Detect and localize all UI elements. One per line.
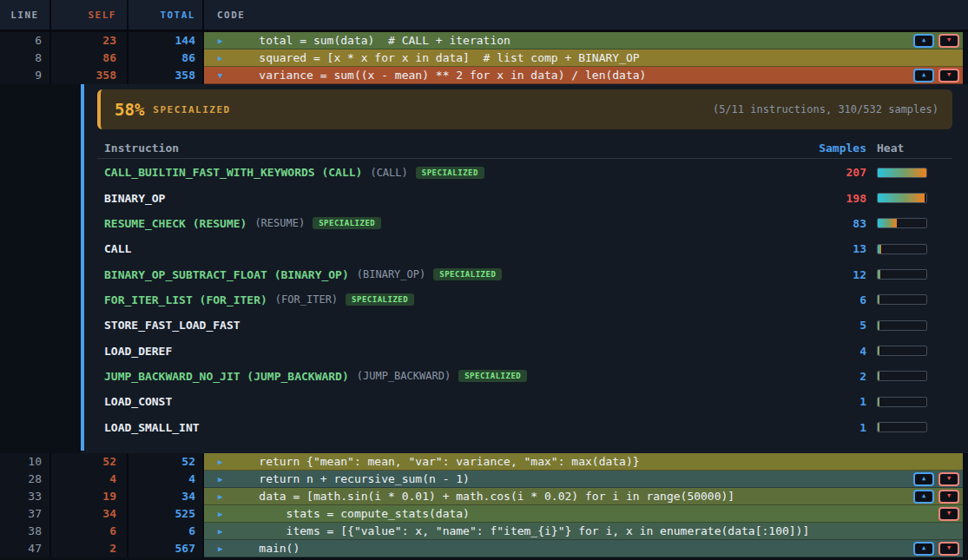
table-header: LINE SELF TOTAL CODE — [0, 0, 968, 32]
expand-icon[interactable]: ▶ — [218, 510, 230, 518]
code-row[interactable]: 623144▶ total = sum(data) # CALL + itera… — [0, 32, 968, 49]
expand-icon[interactable]: ▶ — [218, 492, 230, 501]
row-actions: ▲▼ — [913, 472, 963, 486]
instruction-detail-panel: 58% SPECIALIZED (5/11 instructions, 310/… — [0, 84, 968, 453]
instruction-row: CALL13 — [97, 236, 952, 261]
column-header-code: CODE — [204, 0, 968, 30]
expand-icon[interactable]: ▶ — [218, 475, 230, 484]
code-rows-bottom: 105252▶ return {"mean": mean, "var": var… — [0, 453, 968, 557]
instruction-name: LOAD_SMALL_INT — [104, 421, 200, 434]
collapse-icon[interactable]: ▼ — [218, 71, 230, 80]
up-button[interactable]: ▲ — [913, 542, 934, 556]
heat-bar-fill — [878, 423, 879, 432]
row-actions: ▲▼ — [913, 542, 963, 556]
code-row[interactable]: 3866▶ items = [{"value": x, "name": f"it… — [0, 523, 968, 540]
column-header-self: SELF — [51, 0, 128, 30]
code-cell[interactable]: ▶ items = [{"value": x, "name": f"item_{… — [204, 523, 963, 540]
up-button[interactable]: ▲ — [913, 69, 934, 82]
heat-bar-fill — [878, 372, 879, 380]
instruction-row: BINARY_OP_SUBTRACT_FLOAT (BINARY_OP)(BIN… — [97, 261, 952, 287]
specialization-banner: 58% SPECIALIZED (5/11 instructions, 310/… — [97, 89, 952, 129]
instruction-row: JUMP_BACKWARD_NO_JIT (JUMP_BACKWARD)(JUM… — [97, 364, 952, 389]
up-button[interactable]: ▲ — [913, 472, 934, 486]
specialized-badge: SPECIALIZED — [416, 167, 484, 179]
up-button[interactable]: ▲ — [913, 34, 934, 48]
code-cell[interactable]: ▶ total = sum(data) # CALL + iteration▲▼ — [204, 32, 963, 49]
instruction-name: BINARY_OP_SUBTRACT_FLOAT (BINARY_OP) — [104, 268, 349, 281]
code-text: items = [{"value": x, "name": f"item_{i}… — [232, 524, 809, 537]
instruction-row: STORE_FAST_LOAD_FAST5 — [97, 313, 952, 338]
instruction-rows: CALL_BUILTIN_FAST_WITH_KEYWORDS (CALL)(C… — [97, 160, 952, 440]
base-instruction-name: (FOR_ITER) — [275, 293, 338, 306]
instruction-row: LOAD_DEREF4 — [97, 338, 952, 363]
code-cell[interactable]: ▶ stats = compute_stats(data)▼ — [204, 505, 963, 523]
code-text: variance = sum((x - mean) ** 2 for x in … — [232, 69, 646, 82]
down-button[interactable]: ▼ — [938, 507, 959, 521]
expand-icon[interactable]: ▶ — [218, 527, 230, 536]
base-instruction-name: (BINARY_OP) — [357, 268, 425, 280]
down-button[interactable]: ▼ — [938, 472, 959, 486]
row-actions: ▲▼ — [913, 34, 963, 48]
code-row[interactable]: 88686▶ squared = [x * x for x in data] #… — [0, 49, 968, 67]
expand-icon[interactable]: ▶ — [218, 36, 230, 45]
code-row[interactable]: 9358358▼ variance = sum((x - mean) ** 2 … — [0, 67, 968, 84]
total-samples: 4 — [128, 471, 204, 488]
code-cell[interactable]: ▶ main()▲▼ — [204, 540, 963, 557]
heat-bar-fill — [878, 245, 881, 254]
heat-bar — [877, 397, 927, 407]
heat-bar — [877, 193, 927, 203]
self-samples: 52 — [51, 453, 128, 471]
code-cell[interactable]: ▶ data = [math.sin(i * 0.01) + math.cos(… — [204, 488, 963, 505]
self-samples: 4 — [51, 471, 128, 488]
total-samples: 86 — [128, 49, 204, 67]
code-text: stats = compute_stats(data) — [232, 507, 470, 520]
code-row[interactable]: 472567▶ main()▲▼ — [0, 540, 968, 557]
row-actions: ▼ — [938, 507, 963, 521]
heat-bar — [877, 320, 927, 331]
down-button[interactable]: ▼ — [938, 490, 959, 504]
heat-bar-fill — [878, 295, 879, 304]
code-row[interactable]: 331934▶ data = [math.sin(i * 0.01) + mat… — [0, 488, 968, 505]
down-button[interactable]: ▼ — [938, 542, 959, 556]
samples-count: 1 — [780, 421, 866, 434]
self-samples: 358 — [51, 67, 128, 84]
samples-count: 5 — [780, 319, 866, 332]
expand-icon[interactable]: ▶ — [218, 458, 230, 466]
total-samples: 358 — [128, 67, 204, 84]
specialization-summary: (5/11 instructions, 310/532 samples) — [713, 103, 938, 115]
specialized-percent: 58% — [115, 100, 144, 119]
specialized-badge: SPECIALIZED — [313, 217, 381, 229]
up-button[interactable]: ▲ — [913, 490, 934, 504]
base-instruction-name: (CALL) — [370, 167, 407, 179]
code-rows-top: 623144▶ total = sum(data) # CALL + itera… — [0, 32, 968, 84]
base-instruction-name: (RESUME) — [254, 217, 305, 229]
down-button[interactable]: ▼ — [938, 69, 959, 82]
expansion-indicator-line — [81, 84, 84, 451]
code-cell[interactable]: ▶ return n + recursive_sum(n - 1)▲▼ — [204, 471, 963, 488]
heat-bar — [877, 371, 927, 381]
code-cell[interactable]: ▶ return {"mean": mean, "var": variance,… — [204, 453, 963, 471]
code-cell[interactable]: ▼ variance = sum((x - mean) ** 2 for x i… — [204, 67, 963, 84]
instruction-name-group: FOR_ITER_LIST (FOR_ITER)(FOR_ITER)SPECIA… — [104, 293, 780, 306]
heat-bar-fill — [878, 270, 880, 279]
code-row[interactable]: 3734525▶ stats = compute_stats(data)▼ — [0, 505, 968, 523]
down-button[interactable]: ▼ — [938, 34, 959, 48]
code-text: return n + recursive_sum(n - 1) — [232, 472, 470, 485]
instruction-row: LOAD_CONST1 — [97, 389, 952, 414]
instruction-name-group: CALL — [104, 242, 780, 255]
code-row[interactable]: 2844▶ return n + recursive_sum(n - 1)▲▼ — [0, 471, 968, 488]
instruction-row: CALL_BUILTIN_FAST_WITH_KEYWORDS (CALL)(C… — [97, 160, 952, 185]
instruction-name: STORE_FAST_LOAD_FAST — [104, 319, 240, 332]
specialized-badge: SPECIALIZED — [433, 268, 502, 280]
code-row[interactable]: 105252▶ return {"mean": mean, "var": var… — [0, 453, 968, 471]
samples-count: 2 — [780, 370, 866, 383]
instruction-table-header: Instruction Samples Heat — [97, 137, 952, 159]
expand-icon[interactable]: ▶ — [218, 544, 230, 553]
expand-icon[interactable]: ▶ — [218, 54, 230, 63]
instruction-name-group: CALL_BUILTIN_FAST_WITH_KEYWORDS (CALL)(C… — [104, 166, 780, 179]
samples-count: 13 — [780, 242, 866, 255]
instruction-row: LOAD_SMALL_INT1 — [97, 414, 952, 439]
line-number: 38 — [0, 523, 51, 540]
code-cell[interactable]: ▶ squared = [x * x for x in data] # list… — [204, 49, 963, 67]
instruction-name-group: LOAD_SMALL_INT — [104, 421, 780, 434]
